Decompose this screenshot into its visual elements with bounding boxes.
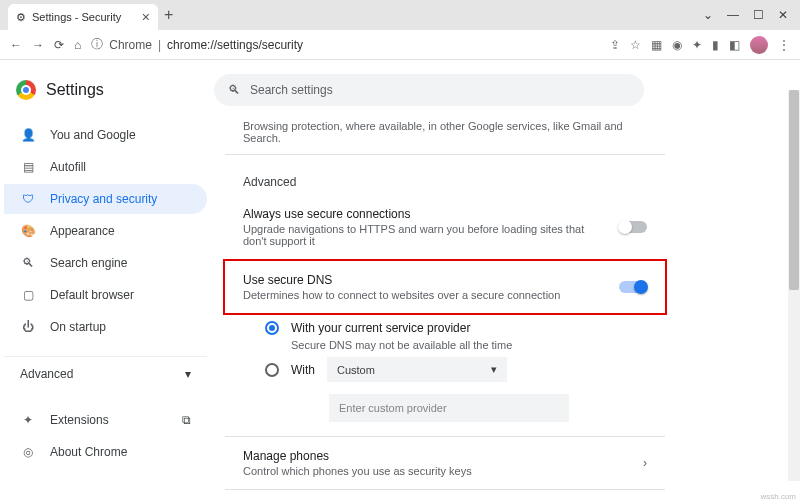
power-icon: ⏻ <box>20 320 36 334</box>
address-bar: ← → ⟳ ⌂ ⓘ Chrome | chrome://settings/sec… <box>0 30 800 60</box>
site-info-icon[interactable]: ⓘ <box>91 36 103 53</box>
sidebar-item-autofill[interactable]: ▤Autofill <box>4 152 207 182</box>
settings-sidebar: 👤You and Google ▤Autofill 🛡Privacy and s… <box>0 120 215 491</box>
person-icon: 👤 <box>20 128 36 142</box>
sidebar-item-appearance[interactable]: 🎨Appearance <box>4 216 207 246</box>
url-bar[interactable]: ⓘ Chrome | chrome://settings/security <box>91 36 600 53</box>
dns-radio-current-provider[interactable]: With your current service provider <box>265 315 647 341</box>
sidebar-item-default-browser[interactable]: ▢Default browser <box>4 280 207 310</box>
advanced-heading: Advanced <box>225 155 665 195</box>
secure-dns-title: Use secure DNS <box>243 273 609 287</box>
window-close-button[interactable]: ✕ <box>778 8 788 22</box>
url-path: chrome://settings/security <box>167 38 303 52</box>
autofill-icon: ▤ <box>20 160 36 174</box>
search-icon: 🔍︎ <box>228 83 240 97</box>
sidebar-item-about-chrome[interactable]: ◎About Chrome <box>4 437 207 467</box>
browser-tab[interactable]: ⚙ Settings - Security × <box>8 4 158 30</box>
extensions-puzzle-icon[interactable]: ✦ <box>692 38 702 52</box>
forward-button[interactable]: → <box>32 38 44 52</box>
secure-dns-row: Use secure DNS Determines how to connect… <box>225 261 665 313</box>
home-button[interactable]: ⌂ <box>74 38 81 52</box>
gear-icon: ⚙ <box>16 11 26 24</box>
secure-dns-options: With your current service provider Secur… <box>225 315 665 436</box>
back-button[interactable]: ← <box>10 38 22 52</box>
profile-avatar[interactable] <box>750 36 768 54</box>
url-origin: Chrome <box>109 38 152 52</box>
watermark: wssh.com <box>760 492 796 501</box>
always-secure-row: Always use secure connections Upgrade na… <box>225 195 665 259</box>
sidebar-advanced-toggle[interactable]: Advanced▾ <box>4 356 207 391</box>
always-secure-toggle[interactable] <box>619 221 647 233</box>
radio-icon <box>265 321 279 335</box>
chevron-down-icon: ▾ <box>491 363 497 376</box>
chevron-right-icon: › <box>643 456 647 470</box>
window-dropdown-icon[interactable]: ⌄ <box>703 8 713 22</box>
bookmark-icon[interactable]: ☆ <box>630 38 641 52</box>
window-titlebar: ⚙ Settings - Security × + ⌄ — ☐ ✕ <box>0 0 800 30</box>
always-secure-sub: Upgrade navigations to HTTPS and warn yo… <box>243 223 609 247</box>
secure-dns-toggle[interactable] <box>619 281 647 293</box>
tab-title: Settings - Security <box>32 11 121 23</box>
tab-close-button[interactable]: × <box>142 9 150 25</box>
window-maximize-button[interactable]: ☐ <box>753 8 764 22</box>
search-engine-icon: 🔍︎ <box>20 256 36 270</box>
always-secure-title: Always use secure connections <box>243 207 609 221</box>
chrome-icon: ◎ <box>20 445 36 459</box>
external-link-icon: ⧉ <box>182 413 191 427</box>
window-minimize-button[interactable]: — <box>727 8 739 22</box>
chevron-down-icon: ▾ <box>185 367 191 381</box>
truncated-description: Browsing protection, where available, in… <box>225 120 665 154</box>
manage-certificates-row[interactable]: Manage certificates Manage HTTPS/SSL cer… <box>225 489 665 491</box>
appearance-icon: 🎨 <box>20 224 36 238</box>
share-icon[interactable]: ⇪ <box>610 38 620 52</box>
puzzle-icon: ✦ <box>20 413 36 427</box>
sidebar-item-on-startup[interactable]: ⏻On startup <box>4 312 207 342</box>
settings-header: Settings 🔍︎ Search settings <box>0 60 800 120</box>
scrollbar-track[interactable] <box>788 90 800 481</box>
chrome-logo <box>16 80 36 100</box>
scrollbar-thumb[interactable] <box>789 90 799 290</box>
sidebar-item-you-and-google[interactable]: 👤You and Google <box>4 120 207 150</box>
manage-phones-row[interactable]: Manage phones Control which phones you u… <box>225 436 665 489</box>
sidebar-item-extensions[interactable]: ✦Extensions⧉ <box>4 405 207 435</box>
extension-icon-2[interactable]: ◉ <box>672 38 682 52</box>
reload-button[interactable]: ⟳ <box>54 38 64 52</box>
search-placeholder: Search settings <box>250 83 333 97</box>
browser-icon: ▢ <box>20 288 36 302</box>
reading-list-icon[interactable]: ◧ <box>729 38 740 52</box>
dns-custom-provider-input[interactable]: Enter custom provider <box>329 394 569 422</box>
extension-icon-3[interactable]: ▮ <box>712 38 719 52</box>
secure-dns-sub: Determines how to connect to websites ov… <box>243 289 609 301</box>
dns-current-provider-sub: Secure DNS may not be available all the … <box>291 339 647 351</box>
extension-icon-1[interactable]: ▦ <box>651 38 662 52</box>
shield-icon: 🛡 <box>20 192 36 206</box>
page-title: Settings <box>46 81 104 99</box>
search-input[interactable]: 🔍︎ Search settings <box>214 74 644 106</box>
sidebar-item-privacy-security[interactable]: 🛡Privacy and security <box>4 184 207 214</box>
radio-icon <box>265 363 279 377</box>
sidebar-item-search-engine[interactable]: 🔍︎Search engine <box>4 248 207 278</box>
menu-button[interactable]: ⋮ <box>778 38 790 52</box>
settings-panel: Browsing protection, where available, in… <box>215 120 800 491</box>
dns-provider-dropdown[interactable]: Custom ▾ <box>327 357 507 382</box>
new-tab-button[interactable]: + <box>164 6 173 24</box>
dns-radio-with-custom[interactable]: With Custom ▾ <box>265 351 647 388</box>
